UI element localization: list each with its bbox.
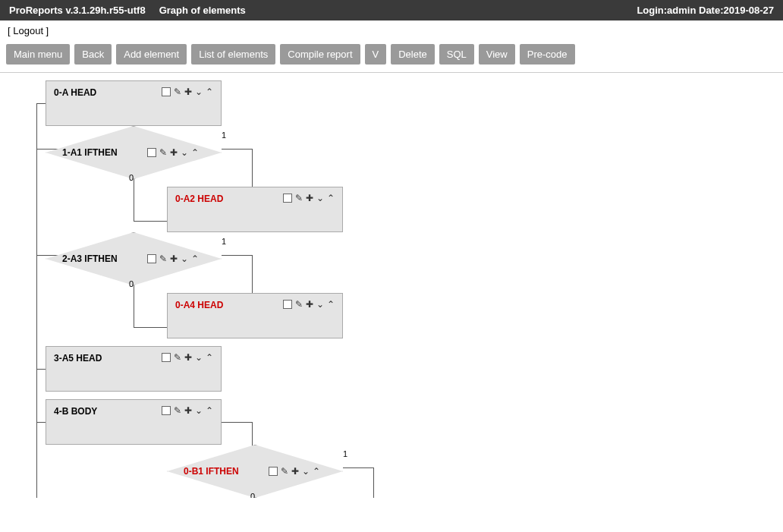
chevron-down-icon[interactable]: ⌄ (195, 406, 203, 415)
view-button[interactable]: View (479, 44, 515, 65)
chevron-up-icon[interactable]: ⌃ (327, 194, 335, 203)
checkbox-icon[interactable] (162, 353, 171, 362)
connector-line (343, 467, 373, 468)
node-b1-ifthen[interactable]: 0-B1 IFTHEN ✎ ✚ ⌄ ⌃ 1 0 (167, 445, 343, 498)
branch-1-label: 1 (222, 237, 226, 246)
chevron-down-icon[interactable]: ⌄ (302, 467, 310, 476)
checkbox-icon[interactable] (162, 87, 171, 96)
logout-link[interactable]: Logout (13, 25, 43, 36)
node-label: 0-A4 HEAD (175, 300, 223, 310)
node-label: 0-A2 HEAD (175, 194, 223, 204)
compile-report-button[interactable]: Compile report (280, 44, 360, 65)
node-tools: ✎ ✚ ⌄ ⌃ (162, 406, 213, 415)
connector-line (222, 255, 252, 256)
chevron-down-icon[interactable]: ⌄ (181, 148, 188, 157)
chevron-up-icon[interactable]: ⌃ (313, 467, 320, 476)
add-element-button[interactable]: Add element (116, 44, 187, 65)
node-a-head[interactable]: 0-A HEAD ✎ ✚ ⌄ ⌃ (46, 80, 222, 126)
chevron-up-icon[interactable]: ⌃ (191, 148, 199, 157)
connector-line (36, 369, 46, 370)
chevron-down-icon[interactable]: ⌄ (195, 353, 203, 362)
precode-button[interactable]: Pre-code (520, 44, 575, 65)
node-label: 2-A3 IFTHEN (62, 253, 118, 264)
branch-1-label: 1 (222, 131, 226, 140)
node-label: 4-B BODY (54, 406, 97, 417)
pencil-icon[interactable]: ✎ (159, 254, 167, 263)
connector-line (36, 103, 37, 498)
chevron-up-icon[interactable]: ⌃ (206, 353, 213, 362)
checkbox-icon[interactable] (269, 467, 278, 476)
plus-circle-icon[interactable]: ✚ (170, 254, 178, 263)
back-button[interactable]: Back (74, 44, 112, 65)
node-tools: ✎ ✚ ⌄ ⌃ (283, 194, 335, 203)
plus-circle-icon[interactable]: ✚ (306, 194, 313, 203)
connector-line (134, 282, 134, 327)
connector-line (36, 103, 46, 104)
pencil-icon[interactable]: ✎ (159, 148, 167, 157)
page-title: Graph of elements (159, 5, 246, 16)
chevron-down-icon[interactable]: ⌄ (316, 300, 324, 309)
node-label: 1-A1 IFTHEN (62, 147, 118, 158)
node-label: 0-A HEAD (54, 87, 96, 98)
main-menu-button[interactable]: Main menu (6, 44, 70, 65)
chevron-up-icon[interactable]: ⌃ (206, 406, 213, 415)
pencil-icon[interactable]: ✎ (295, 194, 303, 203)
plus-circle-icon[interactable]: ✚ (184, 87, 192, 96)
connector-line (36, 422, 46, 423)
pencil-icon[interactable]: ✎ (281, 467, 288, 476)
delete-button[interactable]: Delete (391, 44, 435, 65)
app-name: ProReports v.3.1.29h.r55-utf8 (9, 5, 146, 16)
graph-canvas[interactable]: 0-A HEAD ✎ ✚ ⌄ ⌃ 1-A1 IFTHEN ✎ ✚ ⌄ ⌃ (0, 73, 783, 498)
chevron-down-icon[interactable]: ⌄ (195, 87, 203, 96)
chevron-up-icon[interactable]: ⌃ (206, 87, 213, 96)
checkbox-icon[interactable] (147, 254, 156, 263)
branch-1-label: 1 (343, 449, 347, 458)
login-info: Login:admin Date:2019-08-27 (637, 5, 774, 16)
node-b-body[interactable]: 4-B BODY ✎ ✚ ⌄ ⌃ (46, 399, 222, 445)
plus-circle-icon[interactable]: ✚ (184, 406, 192, 415)
branch-0-label: 0 (129, 173, 134, 182)
node-a3-ifthen[interactable]: 2-A3 IFTHEN ✎ ✚ ⌄ ⌃ 1 0 (46, 232, 222, 285)
pencil-icon[interactable]: ✎ (174, 87, 181, 96)
sql-button[interactable]: SQL (439, 44, 474, 65)
chevron-down-icon[interactable]: ⌄ (181, 254, 188, 263)
chevron-up-icon[interactable]: ⌃ (191, 254, 199, 263)
pencil-icon[interactable]: ✎ (295, 300, 303, 309)
connector-line (134, 221, 167, 222)
node-tools: ✎ ✚ ⌄ ⌃ (147, 148, 199, 157)
node-a2-head[interactable]: 0-A2 HEAD ✎ ✚ ⌄ ⌃ (167, 187, 343, 232)
checkbox-icon[interactable] (283, 300, 292, 309)
chevron-down-icon[interactable]: ⌄ (316, 194, 324, 203)
node-tools: ✎ ✚ ⌄ ⌃ (147, 254, 199, 263)
pencil-icon[interactable]: ✎ (174, 406, 181, 415)
plus-circle-icon[interactable]: ✚ (306, 300, 313, 309)
connector-line (134, 327, 167, 328)
checkbox-icon[interactable] (162, 406, 171, 415)
node-a5-head[interactable]: 3-A5 HEAD ✎ ✚ ⌄ ⌃ (46, 346, 222, 392)
node-label: 0-B1 IFTHEN (184, 466, 239, 477)
plus-circle-icon[interactable]: ✚ (170, 148, 178, 157)
connector-line (222, 422, 252, 423)
checkbox-icon[interactable] (283, 194, 292, 203)
list-elements-button[interactable]: List of elements (191, 44, 275, 65)
node-a1-ifthen[interactable]: 1-A1 IFTHEN ✎ ✚ ⌄ ⌃ 1 0 (46, 126, 222, 179)
branch-0-label: 0 (250, 492, 255, 498)
branch-0-label: 0 (129, 279, 134, 288)
connector-line (222, 149, 252, 150)
checkbox-icon[interactable] (147, 148, 156, 157)
plus-circle-icon[interactable]: ✚ (291, 467, 299, 476)
logout-bar: [ Logout ] (0, 20, 783, 41)
v-button[interactable]: V (365, 44, 387, 65)
node-label: 3-A5 HEAD (54, 353, 102, 364)
node-tools: ✎ ✚ ⌄ ⌃ (162, 353, 213, 362)
plus-circle-icon[interactable]: ✚ (184, 353, 192, 362)
node-tools: ✎ ✚ ⌄ ⌃ (283, 300, 335, 309)
connector-line (373, 467, 374, 498)
pencil-icon[interactable]: ✎ (174, 353, 181, 362)
node-tools: ✎ ✚ ⌄ ⌃ (269, 467, 320, 476)
app-header: ProReports v.3.1.29h.r55-utf8 Graph of e… (0, 0, 783, 20)
connector-line (134, 175, 134, 221)
chevron-up-icon[interactable]: ⌃ (327, 300, 335, 309)
node-tools: ✎ ✚ ⌄ ⌃ (162, 87, 213, 96)
node-a4-head[interactable]: 0-A4 HEAD ✎ ✚ ⌄ ⌃ (167, 293, 343, 338)
